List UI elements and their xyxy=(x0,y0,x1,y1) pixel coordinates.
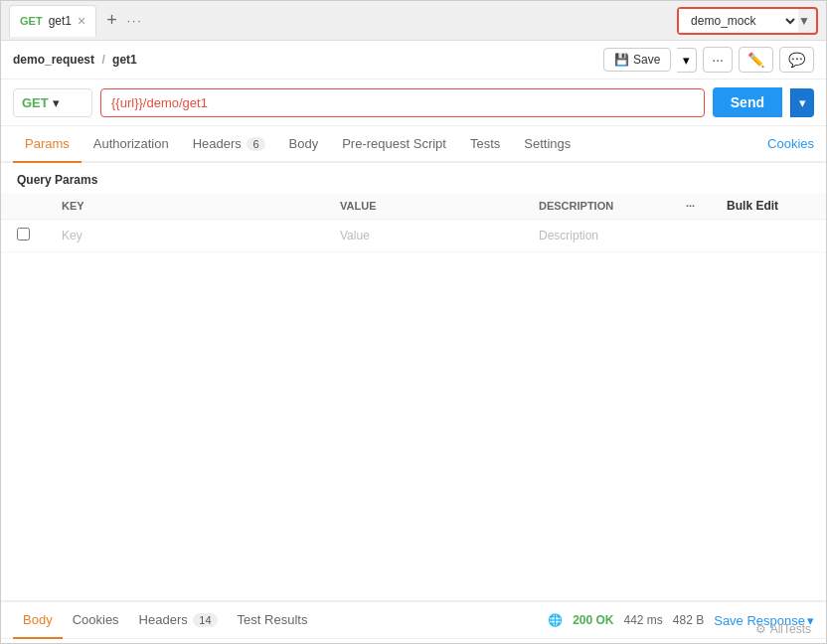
response-size: 482 B xyxy=(673,613,704,627)
edit-icon[interactable]: ✏️ xyxy=(739,47,773,73)
checkbox-col-header xyxy=(1,193,46,220)
tab-method-label: GET xyxy=(20,15,43,27)
request-header: demo_request / get1 💾 Save ▾ ··· ✏️ 💬 xyxy=(1,41,826,80)
resp-tab-headers[interactable]: Headers 14 xyxy=(129,602,228,639)
tab-get1[interactable]: GET get1 × xyxy=(9,5,96,37)
tab-tests[interactable]: Tests xyxy=(458,126,512,163)
response-section: Body Cookies Headers 14 Test Results 🌐 2… xyxy=(1,600,826,644)
resp-tab-cookies[interactable]: Cookies xyxy=(63,602,129,639)
method-selector[interactable]: GET ▾ xyxy=(13,88,92,117)
environment-selector[interactable]: demo_mock production staging ▼ xyxy=(677,7,818,35)
send-dropdown-button[interactable]: ▾ xyxy=(790,88,814,117)
watermark: ⚙ AllTests xyxy=(755,622,811,636)
breadcrumb: demo_request / get1 xyxy=(13,53,603,67)
save-button[interactable]: 💾 Save xyxy=(603,48,671,72)
breadcrumb-endpoint: get1 xyxy=(112,53,137,67)
desc-cell[interactable]: Description xyxy=(523,220,670,252)
cookies-link[interactable]: Cookies xyxy=(767,136,814,151)
response-tabs: Body Cookies Headers 14 Test Results 🌐 2… xyxy=(1,602,826,639)
breadcrumb-base: demo_request xyxy=(13,53,94,67)
resp-tab-body[interactable]: Body xyxy=(13,602,63,639)
row-action xyxy=(711,220,826,252)
response-time: 442 ms xyxy=(624,613,663,627)
method-value: GET xyxy=(22,95,49,110)
key-col-header: KEY xyxy=(46,193,324,220)
more-col-header: ··· xyxy=(670,193,711,220)
value-cell[interactable]: Value xyxy=(324,220,523,252)
save-icon: 💾 xyxy=(614,53,629,67)
breadcrumb-separator: / xyxy=(101,53,104,67)
row-more[interactable] xyxy=(670,220,711,252)
save-label: Save xyxy=(633,53,660,67)
params-table: KEY VALUE DESCRIPTION ··· Bulk Edit Key … xyxy=(1,193,826,252)
comment-icon[interactable]: 💬 xyxy=(779,47,814,73)
tab-settings[interactable]: Settings xyxy=(512,126,582,163)
url-bar: GET ▾ Send ▾ xyxy=(1,80,826,126)
globe-icon: 🌐 xyxy=(548,613,563,627)
tab-params[interactable]: Params xyxy=(13,126,82,163)
watermark-icon: ⚙ xyxy=(755,622,766,636)
bulk-edit-header[interactable]: Bulk Edit xyxy=(711,193,826,220)
send-button[interactable]: Send xyxy=(713,87,782,117)
tab-pre-request[interactable]: Pre-request Script xyxy=(330,126,458,163)
new-tab-button[interactable]: + xyxy=(100,10,123,31)
row-checkbox[interactable] xyxy=(1,220,46,252)
method-chevron-icon: ▾ xyxy=(53,95,60,110)
tab-overflow-button[interactable]: ··· xyxy=(127,14,143,28)
tab-bar: GET get1 × + ··· demo_mock production st… xyxy=(1,1,826,41)
save-dropdown-button[interactable]: ▾ xyxy=(677,48,697,73)
value-col-header: VALUE xyxy=(324,193,523,220)
resp-tab-test-results[interactable]: Test Results xyxy=(228,602,318,639)
request-tabs: Params Authorization Headers 6 Body Pre-… xyxy=(1,126,826,163)
url-input[interactable] xyxy=(100,88,705,117)
key-cell[interactable]: Key xyxy=(46,220,324,252)
tab-authorization[interactable]: Authorization xyxy=(82,126,181,163)
desc-col-header: DESCRIPTION xyxy=(523,193,670,220)
format-bar: Pretty Raw Preview Visualize JSON ▾ ⇌ ⧉ … xyxy=(1,639,826,644)
section-title: Query Params xyxy=(1,163,826,193)
tab-headers[interactable]: Headers 6 xyxy=(181,126,277,163)
tab-name: get1 xyxy=(49,14,72,28)
tab-body[interactable]: Body xyxy=(277,126,331,163)
status-code: 200 OK xyxy=(573,613,613,627)
environment-dropdown[interactable]: demo_mock production staging xyxy=(679,9,798,33)
header-actions: 💾 Save ▾ ··· ✏️ 💬 xyxy=(603,47,814,73)
env-chevron-icon: ▼ xyxy=(798,14,816,28)
more-actions-button[interactable]: ··· xyxy=(703,47,733,73)
tab-close-button[interactable]: × xyxy=(78,13,85,29)
query-params-section: Query Params KEY VALUE DESCRIPTION ··· B… xyxy=(1,163,826,600)
table-row: Key Value Description xyxy=(1,220,826,252)
watermark-text: AllTests xyxy=(770,622,811,636)
